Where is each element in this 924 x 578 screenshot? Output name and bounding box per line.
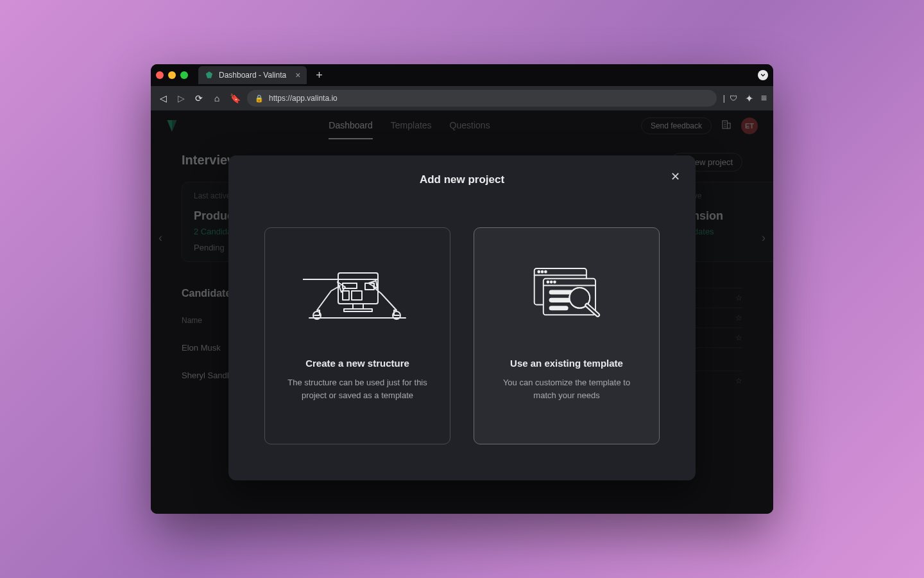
browser-tabstrip: Dashboard - Valinta × + xyxy=(151,64,773,86)
extensions-icon[interactable]: ✦ xyxy=(745,92,753,105)
address-bar[interactable]: 🔒 https://app.valinta.io xyxy=(247,90,717,107)
modal-options: Create a new structure The structure can… xyxy=(249,227,675,444)
app-viewport: Dashboard Templates Questions Send feedb… xyxy=(151,110,773,514)
nav-reload-icon[interactable]: ⟳ xyxy=(193,93,205,103)
nav-forward-icon[interactable]: ▷ xyxy=(175,93,187,103)
modal-overlay[interactable]: Add new project ✕ xyxy=(151,110,773,514)
option-title: Create a new structure xyxy=(305,358,409,369)
svg-point-23 xyxy=(547,281,549,283)
browser-window: Dashboard - Valinta × + ◁ ▷ ⟳ ⌂ 🔖 🔒 http… xyxy=(151,64,773,514)
nav-back-icon[interactable]: ◁ xyxy=(157,93,169,103)
tab-favicon xyxy=(205,71,214,80)
option-existing-template[interactable]: Use an existing template You can customi… xyxy=(474,227,660,444)
add-project-modal: Add new project ✕ xyxy=(228,155,696,480)
tabstrip-endcap-icon[interactable] xyxy=(758,70,768,80)
modal-title: Add new project xyxy=(249,173,675,186)
window-zoom-icon[interactable] xyxy=(180,71,188,79)
nav-home-icon[interactable]: ⌂ xyxy=(211,93,223,103)
new-structure-illustration-icon xyxy=(303,254,412,331)
svg-rect-11 xyxy=(353,304,363,309)
address-url: https://app.valinta.io xyxy=(269,94,338,103)
nav-bookmark-icon[interactable]: 🔖 xyxy=(229,93,241,103)
svg-rect-9 xyxy=(352,291,362,300)
window-controls xyxy=(156,71,188,79)
option-title: Use an existing template xyxy=(510,358,623,369)
browser-menu-icon[interactable]: ≡ xyxy=(761,92,767,104)
option-new-structure[interactable]: Create a new structure The structure can… xyxy=(264,227,450,444)
tab-title: Dashboard - Valinta xyxy=(219,71,286,80)
existing-template-illustration-icon xyxy=(512,254,621,331)
browser-tab[interactable]: Dashboard - Valinta × xyxy=(198,66,307,84)
window-minimize-icon[interactable] xyxy=(168,71,176,79)
svg-point-19 xyxy=(542,271,543,273)
svg-point-20 xyxy=(545,271,547,273)
browser-toolbar: ◁ ▷ ⟳ ⌂ 🔖 🔒 https://app.valinta.io | 🛡 ✦… xyxy=(151,86,773,110)
svg-point-18 xyxy=(538,271,540,273)
svg-rect-28 xyxy=(549,306,569,310)
window-close-icon[interactable] xyxy=(156,71,164,79)
lock-icon: 🔒 xyxy=(255,94,264,103)
shield-icon[interactable]: | 🛡 xyxy=(723,94,737,103)
modal-close-icon[interactable]: ✕ xyxy=(671,170,680,184)
option-desc: The structure can be used just for this … xyxy=(284,376,431,401)
option-desc: You can customize the template to match … xyxy=(493,376,640,401)
svg-point-25 xyxy=(554,281,556,283)
svg-rect-8 xyxy=(343,291,349,300)
new-tab-button[interactable]: + xyxy=(313,69,325,82)
svg-point-24 xyxy=(551,281,552,283)
tab-close-icon[interactable]: × xyxy=(295,70,300,80)
svg-rect-12 xyxy=(344,309,372,311)
